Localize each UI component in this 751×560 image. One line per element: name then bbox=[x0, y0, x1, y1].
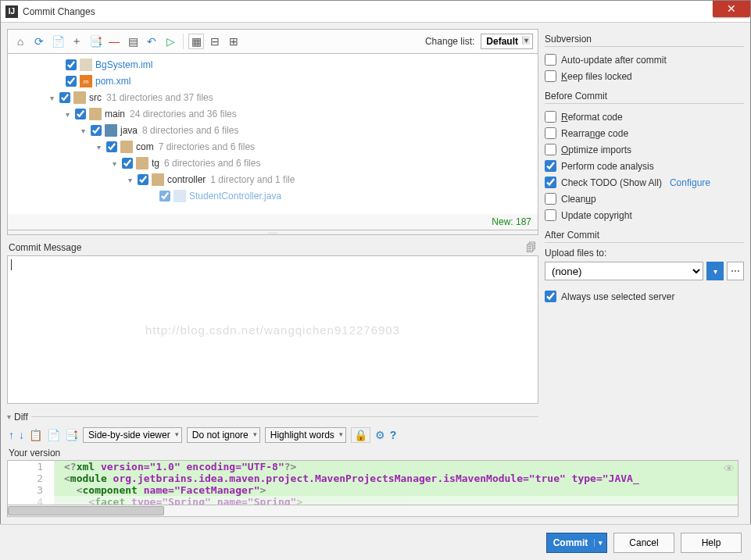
section-header: Subversion bbox=[545, 34, 744, 47]
rearrange-checkbox[interactable]: Rearrange code bbox=[545, 125, 744, 141]
folder-name[interactable]: src bbox=[89, 92, 102, 103]
file-checkbox[interactable] bbox=[66, 59, 77, 70]
tree-toggle[interactable]: ▾ bbox=[94, 143, 103, 152]
folder-stats: 31 directories and 37 files bbox=[106, 92, 213, 103]
next-diff-icon[interactable]: ↓ bbox=[19, 429, 24, 441]
section-header: After Commit bbox=[545, 230, 744, 243]
new-changelist-icon[interactable]: 📄 bbox=[50, 34, 66, 49]
help-icon[interactable]: ? bbox=[390, 429, 397, 441]
file-icon[interactable]: 📄 bbox=[47, 429, 60, 441]
commit-message-label: Commit Message bbox=[9, 242, 81, 253]
folder-name[interactable]: main bbox=[105, 109, 125, 119]
commit-message-input[interactable]: http://blog.csdn.net/wangqichen912276903 bbox=[7, 255, 538, 404]
java-icon bbox=[173, 190, 186, 202]
folder-stats: 24 directories and 36 files bbox=[130, 109, 237, 119]
configure-link[interactable]: Configure bbox=[670, 177, 710, 188]
cleanup-checkbox[interactable]: Cleanup bbox=[545, 191, 744, 207]
folder-checkbox[interactable] bbox=[138, 174, 148, 185]
folder-name[interactable]: com bbox=[136, 141, 154, 152]
folder-stats: 8 directories and 6 files bbox=[142, 125, 238, 136]
watermark: http://blog.csdn.net/wangqichen912276903 bbox=[145, 323, 400, 336]
refresh-icon[interactable]: ⟳ bbox=[31, 34, 47, 49]
folder-stats: 7 directories and 6 files bbox=[159, 141, 255, 152]
file-name[interactable]: pom.xml bbox=[95, 76, 131, 87]
close-button[interactable]: ✕ bbox=[713, 0, 750, 17]
folder-stats: 1 directory and 1 file bbox=[210, 174, 295, 185]
subversion-section: Subversion Auto-update after commit Keep… bbox=[545, 34, 744, 84]
folder-icon bbox=[105, 124, 117, 137]
xml-icon: m bbox=[80, 75, 92, 87]
file-checkbox[interactable] bbox=[66, 76, 77, 87]
add-icon[interactable]: ＋ bbox=[69, 34, 84, 49]
copyright-checkbox[interactable]: Update copyright bbox=[545, 207, 744, 223]
group-icon[interactable]: ▦ bbox=[188, 34, 204, 49]
folder-icon bbox=[136, 157, 148, 169]
remove-icon[interactable]: — bbox=[106, 34, 122, 49]
horizontal-scrollbar[interactable] bbox=[7, 505, 738, 517]
reformat-checkbox[interactable]: Reformat code bbox=[545, 109, 744, 125]
home-icon[interactable]: ⌂ bbox=[13, 34, 28, 49]
prev-diff-icon[interactable]: ↑ bbox=[9, 429, 14, 441]
doc-icon[interactable]: 📑 bbox=[65, 429, 78, 441]
folder-name[interactable]: controller bbox=[167, 174, 206, 185]
dialog-buttons: Commit Cancel Help bbox=[0, 524, 751, 560]
diff-label: Diff bbox=[14, 412, 28, 423]
changes-toolbar: ⌂ ⟳ 📄 ＋ 📑 — ▤ ↶ ▷ ▦ ⊟ ⊞ Change list: Def… bbox=[7, 29, 538, 54]
upload-more-button[interactable]: ⋯ bbox=[727, 262, 744, 280]
folder-name[interactable]: tg bbox=[152, 158, 159, 169]
diff-viewer[interactable]: 👁 1<?xml version="1.0" encoding="UTF-8"?… bbox=[7, 460, 738, 505]
titlebar: IJ Commit Changes ✕ bbox=[1, 1, 750, 23]
auto-update-checkbox[interactable]: Auto-update after commit bbox=[545, 52, 744, 68]
ignore-select[interactable]: Do not ignore bbox=[187, 427, 260, 443]
changes-status: New: 187 bbox=[7, 214, 538, 230]
tree-toggle[interactable]: ▾ bbox=[125, 176, 134, 184]
apply-icon[interactable]: ▷ bbox=[163, 34, 178, 49]
changelist-select[interactable]: Default bbox=[481, 34, 533, 49]
history-icon[interactable]: 🗐 bbox=[526, 241, 537, 254]
file-name[interactable]: StudentController.java bbox=[189, 191, 281, 202]
before-commit-section: Before Commit Reformat code Rearrange co… bbox=[545, 91, 744, 223]
folder-checkbox[interactable] bbox=[59, 92, 70, 103]
resize-grip[interactable]: ⋯⋯ bbox=[7, 230, 538, 235]
folder-name[interactable]: java bbox=[120, 125, 138, 136]
diff-toggle[interactable]: ▾ bbox=[7, 412, 11, 421]
file-checkbox[interactable] bbox=[159, 191, 170, 202]
commit-button[interactable]: Commit bbox=[546, 533, 607, 553]
folder-checkbox[interactable] bbox=[75, 109, 86, 119]
tree-toggle[interactable]: ▾ bbox=[63, 110, 72, 119]
lock-icon[interactable]: 🔒 bbox=[351, 427, 370, 443]
collapse-icon[interactable]: ⊞ bbox=[226, 34, 241, 49]
tree-toggle[interactable]: ▾ bbox=[47, 94, 56, 102]
changes-tree[interactable]: BgSystem.iml mpom.xml ▾src31 directories… bbox=[7, 54, 538, 214]
cancel-button[interactable]: Cancel bbox=[613, 533, 674, 553]
after-commit-section: After Commit Upload files to: (none) ▾ ⋯… bbox=[545, 230, 744, 305]
file-name[interactable]: BgSystem.iml bbox=[95, 59, 152, 70]
folder-icon bbox=[120, 141, 133, 153]
folder-icon bbox=[89, 108, 102, 120]
undo-icon[interactable]: ↶ bbox=[144, 34, 159, 49]
always-server-checkbox[interactable]: Always use selected server bbox=[545, 288, 744, 305]
expand-icon[interactable]: ⊟ bbox=[207, 34, 223, 49]
tree-toggle[interactable]: ▾ bbox=[78, 127, 88, 135]
window-title: Commit Changes bbox=[23, 6, 95, 17]
todo-checkbox[interactable]: Check TODO (Show All)Configure bbox=[545, 174, 744, 191]
folder-checkbox[interactable] bbox=[91, 125, 102, 136]
analysis-checkbox[interactable]: Perform code analysis bbox=[545, 158, 744, 174]
upload-dropdown-icon[interactable]: ▾ bbox=[706, 262, 724, 280]
tree-toggle[interactable]: ▾ bbox=[109, 159, 119, 168]
folder-checkbox[interactable] bbox=[122, 158, 133, 169]
upload-select[interactable]: (none) bbox=[545, 262, 703, 280]
move-icon[interactable]: 📑 bbox=[88, 34, 103, 49]
folder-checkbox[interactable] bbox=[106, 141, 117, 152]
optimize-checkbox[interactable]: Optimize imports bbox=[545, 141, 744, 158]
highlight-select[interactable]: Highlight words bbox=[265, 427, 346, 443]
help-button[interactable]: Help bbox=[681, 533, 742, 553]
keep-locked-checkbox[interactable]: Keep files locked bbox=[545, 68, 744, 84]
eye-icon[interactable]: 👁 bbox=[724, 462, 735, 475]
copy-icon[interactable]: 📋 bbox=[29, 429, 42, 441]
upload-label: Upload files to: bbox=[545, 248, 744, 259]
list-icon[interactable]: ▤ bbox=[125, 34, 141, 49]
viewer-select[interactable]: Side-by-side viewer bbox=[83, 427, 182, 443]
gear-icon[interactable]: ⚙ bbox=[375, 429, 385, 441]
new-count: New: 187 bbox=[492, 216, 531, 227]
